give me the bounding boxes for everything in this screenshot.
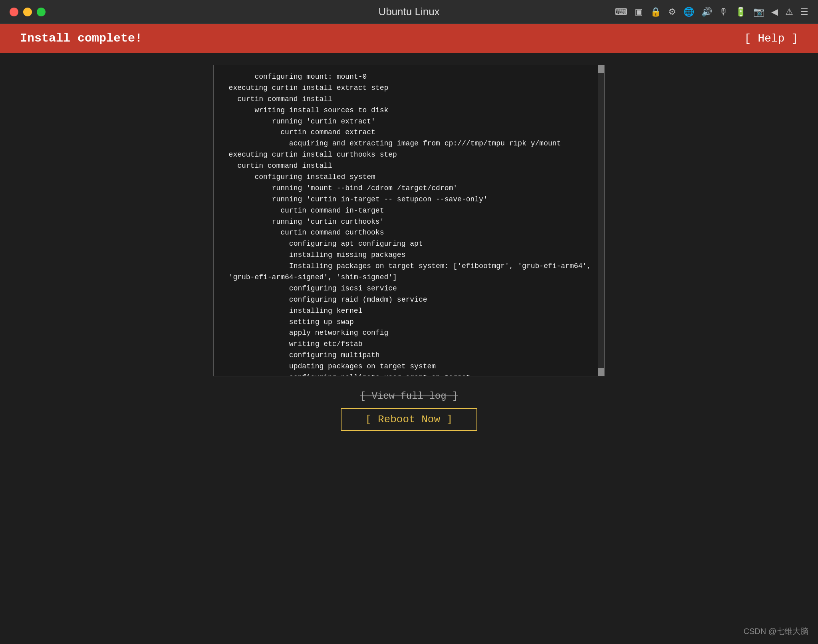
mic-icon: 🎙 [719,7,728,17]
help-button[interactable]: [ Help ] [745,32,798,45]
arrow-icon: ◀ [771,7,778,17]
terminal-container: configuring mount: mount-0 executing cur… [213,65,605,376]
traffic-lights [10,8,46,16]
titlebar: Ubuntu Linux ⌨ ▣ 🔒 ⚙ 🌐 🔊 🎙 🔋 📷 ◀ ⚠ ☰ [0,0,818,24]
menu-icon: ☰ [800,7,808,17]
watermark: CSDN @七维大脑 [743,626,808,637]
terminal-log: configuring mount: mount-0 executing cur… [214,65,598,376]
main-content: configuring mount: mount-0 executing cur… [0,53,818,443]
terminal-scrollbar[interactable] [598,65,604,376]
globe-icon: 🌐 [683,7,694,17]
bottom-buttons: [ View full log ] [ Reboot Now ] [341,391,477,431]
volume-icon: 🔊 [701,7,712,17]
display-icon: ▣ [635,7,643,17]
battery-icon: 🔋 [735,7,746,17]
lock-icon: 🔒 [650,7,661,17]
close-button[interactable] [10,8,18,16]
keyboard-icon: ⌨ [615,7,627,17]
window-title: Ubuntu Linux [378,6,439,18]
view-log-link[interactable]: [ View full log ] [360,391,458,402]
settings-icon: ⚙ [668,7,676,17]
camera-icon: 📷 [753,7,764,17]
scrollbar-thumb-top[interactable] [598,65,604,73]
maximize-button[interactable] [37,8,46,16]
minimize-button[interactable] [23,8,32,16]
reboot-button[interactable]: [ Reboot Now ] [341,408,477,431]
alert-icon: ⚠ [785,7,793,17]
titlebar-icons: ⌨ ▣ 🔒 ⚙ 🌐 🔊 🎙 🔋 📷 ◀ ⚠ ☰ [615,7,808,17]
install-bar: Install complete! [ Help ] [0,24,818,53]
install-status: Install complete! [20,32,142,45]
scrollbar-thumb-bottom[interactable] [598,368,604,376]
